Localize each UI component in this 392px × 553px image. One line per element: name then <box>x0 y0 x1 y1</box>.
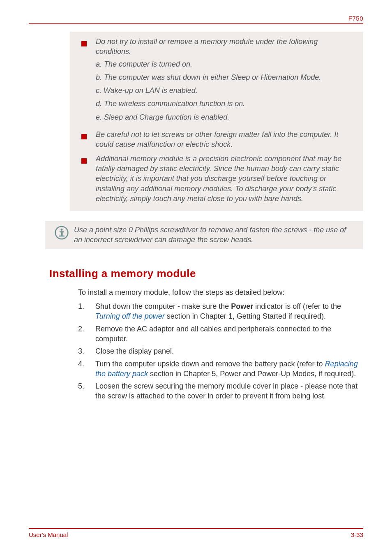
footer-right: 3-33 <box>351 531 363 538</box>
link-turning-off-power[interactable]: Turning off the power <box>95 312 165 320</box>
warning-text: Additional memory module is a precision … <box>96 154 352 204</box>
footer: User's Manual 3-33 <box>29 528 363 538</box>
footer-rule <box>29 528 363 529</box>
step-text: Close the display panel. <box>95 347 174 355</box>
header-rule <box>29 23 363 24</box>
info-text: Use a point size 0 Phillips screwdriver … <box>74 225 353 245</box>
warning-subitem: e. Sleep and Charge function is enabled. <box>96 112 352 122</box>
steps-list: Shut down the computer - make sure the P… <box>78 301 363 401</box>
step-item: Close the display panel. <box>78 346 363 356</box>
info-icon <box>49 225 74 240</box>
step-bold: Power <box>231 302 253 310</box>
warning-subitem: c. Wake-up on LAN is enabled. <box>96 86 352 95</box>
step-text: indicator is off (refer to the <box>253 302 341 310</box>
step-text: Turn the computer upside down and remove… <box>95 360 325 368</box>
info-callout: Use a point size 0 Phillips screwdriver … <box>45 221 363 249</box>
step-text: section in Chapter 1, Getting Started if… <box>165 312 326 320</box>
warning-subitem: d. The wireless communication function i… <box>96 99 352 109</box>
footer-left: User's Manual <box>29 531 68 538</box>
step-text: section in Chapter 5, Power and Power-Up… <box>148 370 356 378</box>
section-heading: Installing a memory module <box>49 267 363 280</box>
svg-rect-3 <box>61 231 62 236</box>
step-text: Shut down the computer - make sure the <box>95 302 231 310</box>
svg-point-1 <box>60 229 62 231</box>
bullet-square-icon <box>81 132 87 142</box>
warning-text: Do not try to install or remove a memory… <box>96 37 318 56</box>
step-item: Loosen the screw securing the memory mod… <box>78 381 363 401</box>
warning-item: Additional memory module is a precision … <box>81 154 352 204</box>
step-text: Loosen the screw securing the memory mod… <box>95 382 357 400</box>
warning-subitem: b. The computer was shut down in either … <box>96 72 352 82</box>
warning-text: Be careful not to let screws or other fo… <box>96 130 352 150</box>
header-model: F750 <box>29 15 363 22</box>
bullet-square-icon <box>81 156 87 166</box>
warning-item: Be careful not to let screws or other fo… <box>81 130 352 150</box>
step-item: Turn the computer upside down and remove… <box>78 359 363 379</box>
bullet-square-icon <box>81 39 87 49</box>
warning-item: Do not try to install or remove a memory… <box>81 37 352 125</box>
step-item: Shut down the computer - make sure the P… <box>78 301 363 322</box>
step-item: Remove the AC adaptor and all cables and… <box>78 324 363 344</box>
page: F750 Do not try to install or remove a m… <box>0 0 392 553</box>
svg-rect-4 <box>59 236 65 237</box>
section-intro: To install a memory module, follow the s… <box>78 287 363 297</box>
warning-callout: Do not try to install or remove a memory… <box>70 32 363 211</box>
step-text: Remove the AC adaptor and all cables and… <box>95 325 331 343</box>
warning-subitem: a. The computer is turned on. <box>96 59 352 69</box>
